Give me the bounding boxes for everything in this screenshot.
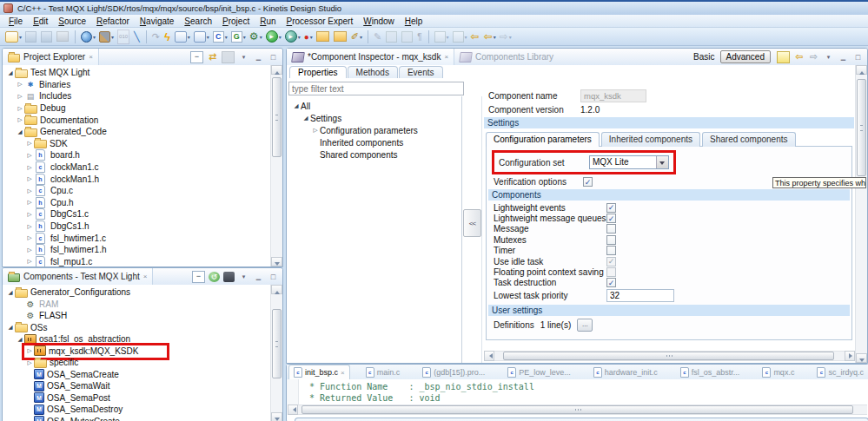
option-checkbox[interactable]: [606, 267, 616, 277]
lowest-task-priority-input[interactable]: [606, 289, 674, 302]
close-icon[interactable]: ×: [444, 53, 448, 61]
import-wizard-button[interactable]: ✐▾: [350, 30, 363, 44]
tree-item[interactable]: ▷ c fsl_hwtimer1.c: [3, 232, 271, 244]
inspector-section-tab[interactable]: Methods: [348, 66, 398, 78]
open-folder-button-2[interactable]: [333, 30, 348, 44]
tree-item[interactable]: ▷ h clockMan1.h: [3, 173, 271, 185]
tree-item[interactable]: ▷ mqx_ksdk:MQX_KSDK: [3, 345, 271, 358]
view-menu-button[interactable]: ▾: [238, 52, 249, 62]
tree-item[interactable]: ▷ c Cpu.c: [3, 185, 271, 197]
back-button[interactable]: ⇦: [793, 52, 805, 62]
expander-icon[interactable]: ▷: [16, 105, 24, 112]
tree-item[interactable]: ▷ h DbgCs1.h: [3, 220, 271, 233]
forward-history-button[interactable]: ⇨▾: [499, 30, 513, 44]
bookmark-button[interactable]: ▾: [452, 30, 468, 44]
tree-item[interactable]: ◢ Test MQX Light: [3, 67, 271, 79]
back-history-button[interactable]: ⇦▾: [483, 30, 497, 44]
refresh-components-button[interactable]: ↺: [209, 272, 220, 282]
tree-item[interactable]: M OSA_MutexCreate: [3, 416, 271, 421]
verification-options-checkbox[interactable]: [583, 177, 593, 187]
tree-item[interactable]: M OSA_SemaDestroy: [3, 404, 271, 416]
option-checkbox[interactable]: [606, 224, 616, 234]
new-c-project-button[interactable]: ▾: [174, 30, 191, 44]
scroll-left-icon[interactable]: [484, 351, 494, 361]
scrollbar-thumb[interactable]: [301, 405, 853, 414]
config-tab[interactable]: Inherited components: [601, 132, 700, 147]
tree-item[interactable]: ◢ OSs: [3, 322, 271, 334]
project-explorer-tab[interactable]: Project Explorer ×: [3, 49, 99, 65]
tree-item[interactable]: ▷ Debug: [3, 102, 271, 115]
print-button[interactable]: [56, 30, 70, 44]
expander-icon[interactable]: ◢: [6, 289, 15, 296]
binary-button[interactable]: 010: [116, 30, 131, 44]
expander-icon[interactable]: ▷: [25, 152, 34, 159]
advanced-mode-button[interactable]: Advanced: [720, 50, 771, 63]
collapse-panel-button[interactable]: <<: [463, 209, 481, 237]
expander-icon[interactable]: ▷: [25, 211, 34, 218]
package-button[interactable]: [223, 272, 235, 282]
expander-icon[interactable]: ▷: [25, 234, 34, 241]
config-tab[interactable]: Shared components: [702, 132, 796, 147]
tree-item[interactable]: ▷ c fsl_mpu1.c: [3, 256, 271, 267]
generate-code-button[interactable]: G▾: [230, 30, 247, 44]
save-all-button[interactable]: [40, 30, 54, 44]
vertical-scrollbar[interactable]: [270, 285, 282, 421]
scroll-left-icon[interactable]: [288, 405, 298, 415]
filter-input[interactable]: [288, 82, 464, 95]
tree-item[interactable]: ▷ ▤ Includes: [3, 90, 271, 102]
view-menu-button[interactable]: ▾: [238, 272, 249, 282]
inspector-section-tab[interactable]: Events: [399, 66, 443, 78]
editor-tab[interactable]: c sc_irdyq.c: [812, 365, 868, 379]
option-checkbox[interactable]: [606, 203, 616, 213]
maximize-button[interactable]: □: [268, 272, 279, 282]
menu-item[interactable]: Processor Expert: [282, 16, 359, 26]
scroll-up-icon[interactable]: [271, 65, 282, 75]
horizontal-scrollbar[interactable]: [484, 351, 855, 361]
tree-item[interactable]: M OSA_SemaCreate: [3, 369, 271, 381]
tree-item[interactable]: ◢ osa1:fsl_os_abstraction: [3, 333, 271, 345]
close-icon[interactable]: ×: [89, 53, 93, 61]
editor-tab[interactable]: c hardware_init.c: [589, 365, 665, 379]
tree-item[interactable]: ◢ All: [288, 100, 461, 112]
components-tab[interactable]: Components - Test MQX Light ×: [3, 268, 153, 285]
minimize-button[interactable]: ▁: [253, 52, 264, 62]
flash-button[interactable]: ϟ: [163, 30, 172, 44]
option-checkbox[interactable]: [606, 214, 616, 223]
expander-icon[interactable]: ▷: [25, 187, 34, 194]
option-checkbox[interactable]: [606, 257, 616, 266]
toolbar-separator[interactable]: [428, 30, 429, 43]
tree-item[interactable]: Inherited components: [288, 136, 461, 148]
minimize-button[interactable]: ▁: [253, 272, 264, 282]
chevron-down-icon[interactable]: [656, 156, 668, 168]
tree-item[interactable]: ⚙ RAM: [3, 299, 271, 311]
focus-button[interactable]: [222, 51, 235, 63]
editor-tab[interactable]: c (gdb[15]).pro...: [418, 365, 492, 379]
scroll-down-icon[interactable]: [856, 353, 867, 363]
vertical-scrollbar[interactable]: [270, 65, 282, 266]
scrollbar-thumb[interactable]: [272, 309, 282, 378]
menu-item[interactable]: Refactor: [91, 16, 135, 26]
expander-icon[interactable]: ◢: [6, 324, 15, 331]
tree-item[interactable]: M OSA_SemaWait: [3, 380, 271, 392]
expander-icon[interactable]: ▷: [25, 140, 34, 147]
expander-icon[interactable]: ◢: [301, 115, 310, 122]
basic-mode-button[interactable]: Basic: [693, 52, 714, 62]
menu-item[interactable]: Navigate: [135, 16, 179, 26]
debug-button[interactable]: ⚙▾: [248, 30, 263, 44]
tree-item[interactable]: ◢ Settings: [288, 112, 461, 124]
expander-icon[interactable]: ◢: [16, 128, 24, 135]
tree-item[interactable]: ◢ Generated_Code: [3, 126, 271, 138]
save-button[interactable]: [24, 30, 38, 44]
new-c-file-button[interactable]: C▾: [212, 30, 229, 44]
menu-item[interactable]: Edit: [28, 16, 53, 26]
tree-item[interactable]: ▷ h fsl_hwtimer1.h: [3, 244, 271, 256]
menu-item[interactable]: File: [3, 16, 28, 26]
globe-button[interactable]: ▾: [80, 30, 96, 44]
tree-item[interactable]: M OSA_SemaPost: [3, 392, 271, 405]
config-tab[interactable]: Configuration parameters: [486, 132, 600, 147]
close-icon[interactable]: ×: [143, 273, 148, 280]
view-menu-button[interactable]: ▾: [823, 52, 834, 62]
scrollbar-thumb[interactable]: [857, 79, 866, 176]
expander-icon[interactable]: ▷: [16, 93, 24, 100]
scrollbar-thumb[interactable]: [272, 77, 282, 157]
